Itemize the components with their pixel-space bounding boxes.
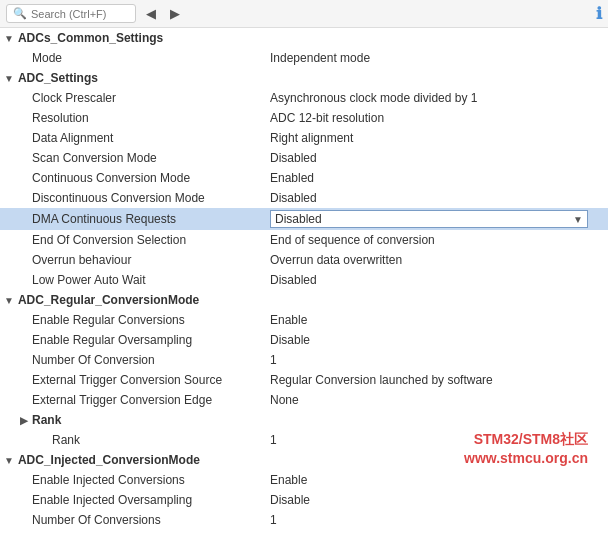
row-label: Enable Injected Oversampling <box>0 493 270 507</box>
row-label: Number Of Conversions <box>0 513 270 527</box>
row-label: End Of Conversion Selection <box>0 233 270 247</box>
row-value: None <box>270 393 608 407</box>
row-label: Enable Regular Conversions <box>0 313 270 327</box>
section-adc-injected[interactable]: ▼ ADC_Injected_ConversionMode <box>0 450 608 470</box>
subsection-rank-header[interactable]: ▶ Rank <box>0 410 608 430</box>
row-value: End of sequence of conversion <box>270 233 608 247</box>
row-number-of-conversion: Number Of Conversion 1 <box>0 350 608 370</box>
row-low-power-auto-wait: Low Power Auto Wait Disabled <box>0 270 608 290</box>
row-data-alignment: Data Alignment Right alignment <box>0 128 608 148</box>
nav-back-button[interactable]: ◀ <box>142 4 160 23</box>
row-enable-regular-conversions: Enable Regular Conversions Enable <box>0 310 608 330</box>
row-label: Continuous Conversion Mode <box>0 171 270 185</box>
chevron-down-icon: ▼ <box>4 295 14 306</box>
row-value: Disable <box>270 333 608 347</box>
row-value: Enable <box>270 313 608 327</box>
row-value: Disabled <box>270 273 608 287</box>
row-label: Enable Regular Oversampling <box>0 333 270 347</box>
section-adc-settings[interactable]: ▼ ADC_Settings <box>0 68 608 88</box>
row-value: 1 <box>270 513 608 527</box>
section-label: ADC_Regular_ConversionMode <box>18 293 199 307</box>
chevron-down-icon: ▼ <box>4 33 14 44</box>
row-value: ADC 12-bit resolution <box>270 111 608 125</box>
row-value: 1 <box>270 433 608 447</box>
tree-container: ▼ ADCs_Common_Settings Mode Independent … <box>0 28 608 529</box>
row-number-of-conversions: Number Of Conversions 1 <box>0 510 608 529</box>
row-label: Data Alignment <box>0 131 270 145</box>
row-enable-injected-oversampling: Enable Injected Oversampling Disable <box>0 490 608 510</box>
row-label: Mode <box>0 51 270 65</box>
nav-forward-button[interactable]: ▶ <box>166 4 184 23</box>
row-label: Scan Conversion Mode <box>0 151 270 165</box>
toolbar: 🔍 ◀ ▶ ℹ <box>0 0 608 28</box>
row-label: External Trigger Conversion Source <box>0 373 270 387</box>
row-resolution: Resolution ADC 12-bit resolution <box>0 108 608 128</box>
row-label: Clock Prescaler <box>0 91 270 105</box>
section-label: ADCs_Common_Settings <box>18 31 163 45</box>
row-value: Overrun data overwritten <box>270 253 608 267</box>
row-mode: Mode Independent mode <box>0 48 608 68</box>
dropdown-label: DMA Continuous Requests <box>0 212 270 226</box>
dropdown-container[interactable]: Disabled ▼ <box>270 210 588 228</box>
row-value: Disable <box>270 493 608 507</box>
row-value: Independent mode <box>270 51 608 65</box>
dropdown-value: Disabled <box>275 212 569 226</box>
row-value: Disabled <box>270 151 608 165</box>
section-label: ADC_Injected_ConversionMode <box>18 453 200 467</box>
row-rank: Rank 1 <box>0 430 608 450</box>
row-enable-injected-conversions: Enable Injected Conversions Enable <box>0 470 608 490</box>
row-enable-regular-oversampling: Enable Regular Oversampling Disable <box>0 330 608 350</box>
row-value: Disabled <box>270 191 608 205</box>
row-overrun-behaviour: Overrun behaviour Overrun data overwritt… <box>0 250 608 270</box>
row-label: Discontinuous Conversion Mode <box>0 191 270 205</box>
row-value: Asynchronous clock mode divided by 1 <box>270 91 608 105</box>
subsection-label: Rank <box>32 413 61 427</box>
row-clock-prescaler: Clock Prescaler Asynchronous clock mode … <box>0 88 608 108</box>
row-continuous-conversion-mode: Continuous Conversion Mode Enabled <box>0 168 608 188</box>
search-input[interactable] <box>31 8 129 20</box>
row-external-trigger-edge: External Trigger Conversion Edge None <box>0 390 608 410</box>
row-scan-conversion-mode: Scan Conversion Mode Disabled <box>0 148 608 168</box>
row-value: Enable <box>270 473 608 487</box>
row-label: Rank <box>0 433 270 447</box>
chevron-down-icon: ▼ <box>4 455 14 466</box>
chevron-down-icon: ▼ <box>4 73 14 84</box>
section-adcs-common[interactable]: ▼ ADCs_Common_Settings <box>0 28 608 48</box>
row-label: Number Of Conversion <box>0 353 270 367</box>
chevron-down-icon: ▼ <box>573 214 583 225</box>
row-value: Right alignment <box>270 131 608 145</box>
section-adc-regular[interactable]: ▼ ADC_Regular_ConversionMode <box>0 290 608 310</box>
info-icon[interactable]: ℹ <box>596 4 602 23</box>
search-icon: 🔍 <box>13 7 27 20</box>
row-discontinuous-conversion-mode: Discontinuous Conversion Mode Disabled <box>0 188 608 208</box>
row-value: 1 <box>270 353 608 367</box>
row-label: External Trigger Conversion Edge <box>0 393 270 407</box>
chevron-right-icon: ▶ <box>20 415 28 426</box>
section-label: ADC_Settings <box>18 71 98 85</box>
row-external-trigger-source: External Trigger Conversion Source Regul… <box>0 370 608 390</box>
row-label: Low Power Auto Wait <box>0 273 270 287</box>
row-label: Enable Injected Conversions <box>0 473 270 487</box>
row-value: Regular Conversion launched by software <box>270 373 608 387</box>
row-value: Enabled <box>270 171 608 185</box>
row-dma-continuous-requests[interactable]: DMA Continuous Requests Disabled ▼ <box>0 208 608 230</box>
row-label: Resolution <box>0 111 270 125</box>
row-label: Overrun behaviour <box>0 253 270 267</box>
search-box: 🔍 <box>6 4 136 23</box>
row-end-of-conversion-selection: End Of Conversion Selection End of seque… <box>0 230 608 250</box>
